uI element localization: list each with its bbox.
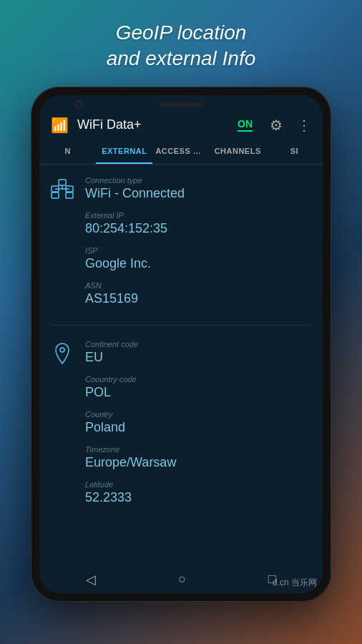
home-button[interactable]: ○ <box>178 572 186 587</box>
continent-field: Continent code EU <box>85 340 311 365</box>
latitude-field: Latitude 52.2333 <box>85 480 311 505</box>
asn-label: ASN <box>85 281 311 290</box>
phone-top-hardware <box>39 95 323 111</box>
tab-external[interactable]: EXTERNAL <box>96 140 152 164</box>
section-divider <box>51 325 311 326</box>
latitude-value: 52.2333 <box>85 490 311 505</box>
wifi-icon: 📶 <box>51 117 69 134</box>
more-icon[interactable]: ⋮ <box>297 117 311 134</box>
external-ip-label: External IP <box>85 211 311 220</box>
timezone-field: Timezone Europe/Warsaw <box>85 445 311 470</box>
isp-label: ISP <box>85 246 311 255</box>
connection-fields: Connection type WiFi - Connected Externa… <box>85 176 311 316</box>
country-code-field: Coountry code POL <box>85 375 311 400</box>
country-field: Country Poland <box>85 410 311 435</box>
on-toggle[interactable]: ON <box>238 118 253 132</box>
connection-section: Connection type WiFi - Connected Externa… <box>39 165 323 322</box>
tab-signal[interactable]: SI <box>266 140 323 164</box>
tab-access-points[interactable]: ACCESS POINTS <box>152 140 209 164</box>
timezone-value: Europe/Warsaw <box>85 455 311 470</box>
country-label: Country <box>85 410 311 419</box>
location-fields: Continent code EU Coountry code POL Coun… <box>85 340 311 515</box>
phone-camera <box>75 101 82 108</box>
app-bar: 📶 WiFi Data+ ON ⚙ ⋮ <box>39 111 323 140</box>
country-value: Poland <box>85 420 311 435</box>
phone-device: 📶 WiFi Data+ ON ⚙ ⋮ N EXTERNAL ACCESS PO… <box>31 87 331 602</box>
continent-value: EU <box>85 350 311 365</box>
svg-point-11 <box>60 348 64 352</box>
back-button[interactable]: ◁ <box>86 572 96 587</box>
country-code-value: POL <box>85 385 311 400</box>
asn-field: ASN AS15169 <box>85 281 311 306</box>
tab-bar: N EXTERNAL ACCESS POINTS CHANNELS SI <box>39 140 323 165</box>
svg-rect-7 <box>52 192 59 198</box>
svg-rect-2 <box>59 180 66 185</box>
phone-speaker <box>160 102 202 107</box>
network-icon <box>51 179 74 204</box>
watermark: d.cn 当乐网 <box>273 577 317 589</box>
location-icon <box>51 343 74 369</box>
location-section: Continent code EU Coountry code POL Coun… <box>39 328 323 521</box>
app-title: WiFi Data+ <box>77 117 229 132</box>
asn-value: AS15169 <box>85 291 311 306</box>
continent-label: Continent code <box>85 340 311 348</box>
latitude-label: Latitude <box>85 480 311 489</box>
isp-field: ISP Google Inc. <box>85 246 311 271</box>
svg-rect-10 <box>66 192 73 198</box>
connection-type-label: Connection type <box>85 176 311 185</box>
timezone-label: Timezone <box>85 445 311 454</box>
tab-network[interactable]: N <box>39 140 96 164</box>
isp-value: Google Inc. <box>85 256 311 271</box>
external-ip-field: External IP 80:254:152:35 <box>85 211 311 236</box>
country-code-label: Coountry code <box>85 375 311 384</box>
content-area: Connection type WiFi - Connected Externa… <box>39 165 323 566</box>
hero-text: GeoIP locationand external Info <box>78 0 285 87</box>
settings-icon[interactable]: ⚙ <box>270 117 283 134</box>
external-ip-value: 80:254:152:35 <box>85 221 311 236</box>
connection-type-field: Connection type WiFi - Connected <box>85 176 311 201</box>
connection-type-value: WiFi - Connected <box>85 186 311 201</box>
tab-channels[interactable]: CHANNELS <box>210 140 266 164</box>
